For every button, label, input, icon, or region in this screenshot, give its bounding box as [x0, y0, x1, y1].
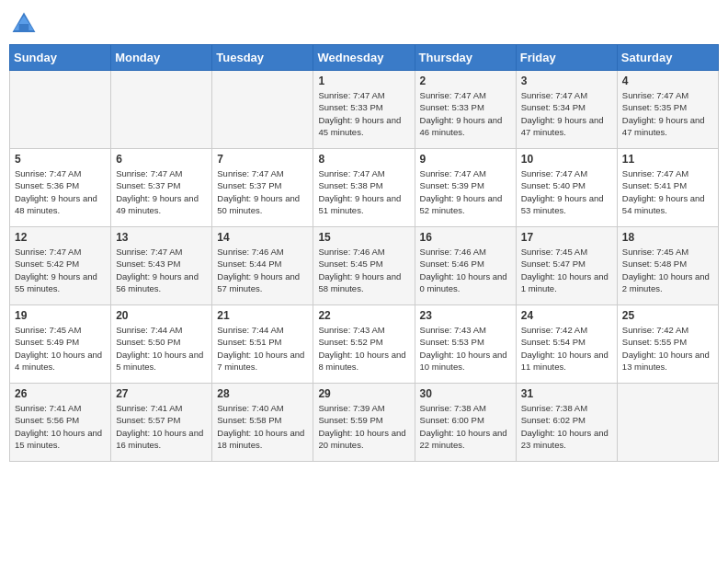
day-number: 14 [217, 231, 308, 244]
day-info: Sunrise: 7:43 AM Sunset: 5:52 PM Dayligh… [318, 324, 409, 373]
calendar-day-cell: 15Sunrise: 7:46 AM Sunset: 5:45 PM Dayli… [313, 227, 415, 305]
calendar-day-cell: 28Sunrise: 7:40 AM Sunset: 5:58 PM Dayli… [212, 384, 313, 462]
day-info: Sunrise: 7:47 AM Sunset: 5:41 PM Dayligh… [622, 167, 713, 216]
day-number: 2 [420, 75, 511, 87]
day-number: 30 [420, 387, 511, 400]
calendar-day-cell: 12Sunrise: 7:47 AM Sunset: 5:42 PM Dayli… [10, 227, 111, 305]
day-info: Sunrise: 7:47 AM Sunset: 5:33 PM Dayligh… [318, 89, 409, 138]
day-number: 3 [521, 75, 612, 87]
calendar-day-cell: 1Sunrise: 7:47 AM Sunset: 5:33 PM Daylig… [313, 71, 415, 149]
day-info: Sunrise: 7:45 AM Sunset: 5:48 PM Dayligh… [622, 246, 713, 294]
day-number: 15 [318, 231, 409, 244]
day-number: 4 [622, 75, 713, 87]
calendar-day-cell: 10Sunrise: 7:47 AM Sunset: 5:40 PM Dayli… [516, 149, 617, 227]
calendar-week-row: 19Sunrise: 7:45 AM Sunset: 5:49 PM Dayli… [10, 305, 719, 384]
day-number: 9 [420, 153, 511, 166]
day-number: 10 [521, 153, 612, 166]
calendar-day-cell: 16Sunrise: 7:46 AM Sunset: 5:46 PM Dayli… [415, 227, 516, 305]
day-number: 13 [116, 231, 207, 244]
calendar-day-cell: 5Sunrise: 7:47 AM Sunset: 5:36 PM Daylig… [10, 149, 111, 227]
calendar-day-cell: 24Sunrise: 7:42 AM Sunset: 5:54 PM Dayli… [516, 305, 617, 384]
day-number: 24 [521, 309, 612, 322]
day-info: Sunrise: 7:47 AM Sunset: 5:42 PM Dayligh… [15, 246, 106, 294]
day-info: Sunrise: 7:38 AM Sunset: 6:02 PM Dayligh… [521, 402, 612, 451]
day-info: Sunrise: 7:40 AM Sunset: 5:58 PM Dayligh… [217, 402, 308, 451]
calendar-day-cell: 27Sunrise: 7:41 AM Sunset: 5:57 PM Dayli… [111, 384, 212, 462]
day-info: Sunrise: 7:41 AM Sunset: 5:56 PM Dayligh… [15, 402, 106, 451]
day-of-week-header: Friday [516, 45, 617, 71]
calendar-table: SundayMondayTuesdayWednesdayThursdayFrid… [9, 44, 719, 462]
calendar-day-cell: 26Sunrise: 7:41 AM Sunset: 5:56 PM Dayli… [10, 384, 111, 462]
day-number: 12 [15, 231, 106, 244]
day-number: 26 [15, 387, 106, 400]
day-number: 25 [622, 309, 713, 322]
svg-rect-2 [19, 24, 29, 30]
calendar-day-cell: 23Sunrise: 7:43 AM Sunset: 5:53 PM Dayli… [415, 305, 516, 384]
day-number: 6 [116, 153, 207, 166]
calendar-day-cell [617, 384, 718, 462]
calendar-day-cell: 7Sunrise: 7:47 AM Sunset: 5:37 PM Daylig… [212, 149, 313, 227]
day-number: 31 [521, 387, 612, 400]
calendar-day-cell: 31Sunrise: 7:38 AM Sunset: 6:02 PM Dayli… [516, 384, 617, 462]
day-of-week-header: Thursday [415, 45, 516, 71]
calendar-day-cell: 2Sunrise: 7:47 AM Sunset: 5:33 PM Daylig… [415, 71, 516, 149]
day-number: 8 [318, 153, 409, 166]
calendar-week-row: 12Sunrise: 7:47 AM Sunset: 5:42 PM Dayli… [10, 227, 719, 305]
day-info: Sunrise: 7:47 AM Sunset: 5:35 PM Dayligh… [622, 89, 713, 138]
days-of-week-row: SundayMondayTuesdayWednesdayThursdayFrid… [10, 45, 719, 71]
day-of-week-header: Tuesday [212, 45, 313, 71]
calendar-day-cell: 22Sunrise: 7:43 AM Sunset: 5:52 PM Dayli… [313, 305, 415, 384]
day-info: Sunrise: 7:47 AM Sunset: 5:38 PM Dayligh… [318, 167, 409, 216]
calendar-day-cell: 19Sunrise: 7:45 AM Sunset: 5:49 PM Dayli… [10, 305, 111, 384]
calendar-day-cell: 14Sunrise: 7:46 AM Sunset: 5:44 PM Dayli… [212, 227, 313, 305]
calendar-day-cell: 29Sunrise: 7:39 AM Sunset: 5:59 PM Dayli… [313, 384, 415, 462]
day-of-week-header: Monday [111, 45, 212, 71]
calendar-day-cell: 21Sunrise: 7:44 AM Sunset: 5:51 PM Dayli… [212, 305, 313, 384]
calendar-day-cell: 13Sunrise: 7:47 AM Sunset: 5:43 PM Dayli… [111, 227, 212, 305]
day-number: 23 [420, 309, 511, 322]
calendar-week-row: 1Sunrise: 7:47 AM Sunset: 5:33 PM Daylig… [10, 71, 719, 149]
calendar-day-cell [212, 71, 313, 149]
day-number: 20 [116, 309, 207, 322]
calendar-day-cell: 6Sunrise: 7:47 AM Sunset: 5:37 PM Daylig… [111, 149, 212, 227]
day-info: Sunrise: 7:47 AM Sunset: 5:39 PM Dayligh… [420, 167, 511, 216]
calendar-day-cell: 11Sunrise: 7:47 AM Sunset: 5:41 PM Dayli… [617, 149, 718, 227]
day-of-week-header: Saturday [617, 45, 718, 71]
calendar-day-cell: 4Sunrise: 7:47 AM Sunset: 5:35 PM Daylig… [617, 71, 718, 149]
day-number: 27 [116, 387, 207, 400]
day-info: Sunrise: 7:45 AM Sunset: 5:49 PM Dayligh… [15, 324, 106, 373]
day-number: 5 [15, 153, 106, 166]
day-info: Sunrise: 7:42 AM Sunset: 5:54 PM Dayligh… [521, 324, 612, 373]
day-info: Sunrise: 7:44 AM Sunset: 5:51 PM Dayligh… [217, 324, 308, 373]
calendar-day-cell [10, 71, 111, 149]
logo-icon [9, 9, 39, 39]
day-number: 11 [622, 153, 713, 166]
calendar-day-cell: 30Sunrise: 7:38 AM Sunset: 6:00 PM Dayli… [415, 384, 516, 462]
calendar-day-cell: 8Sunrise: 7:47 AM Sunset: 5:38 PM Daylig… [313, 149, 415, 227]
day-number: 28 [217, 387, 308, 400]
day-of-week-header: Sunday [10, 45, 111, 71]
day-number: 17 [521, 231, 612, 244]
day-info: Sunrise: 7:41 AM Sunset: 5:57 PM Dayligh… [116, 402, 207, 451]
day-number: 16 [420, 231, 511, 244]
day-info: Sunrise: 7:47 AM Sunset: 5:37 PM Dayligh… [116, 167, 207, 216]
day-of-week-header: Wednesday [313, 45, 415, 71]
day-number: 7 [217, 153, 308, 166]
calendar-day-cell: 9Sunrise: 7:47 AM Sunset: 5:39 PM Daylig… [415, 149, 516, 227]
calendar-header: SundayMondayTuesdayWednesdayThursdayFrid… [10, 45, 719, 71]
day-info: Sunrise: 7:46 AM Sunset: 5:45 PM Dayligh… [318, 246, 409, 294]
day-info: Sunrise: 7:44 AM Sunset: 5:50 PM Dayligh… [116, 324, 207, 373]
day-info: Sunrise: 7:45 AM Sunset: 5:47 PM Dayligh… [521, 246, 612, 294]
day-info: Sunrise: 7:47 AM Sunset: 5:43 PM Dayligh… [116, 246, 207, 294]
calendar-day-cell [111, 71, 212, 149]
day-number: 18 [622, 231, 713, 244]
calendar-day-cell: 25Sunrise: 7:42 AM Sunset: 5:55 PM Dayli… [617, 305, 718, 384]
calendar-day-cell: 20Sunrise: 7:44 AM Sunset: 5:50 PM Dayli… [111, 305, 212, 384]
day-info: Sunrise: 7:39 AM Sunset: 5:59 PM Dayligh… [318, 402, 409, 451]
logo [9, 9, 42, 39]
day-info: Sunrise: 7:38 AM Sunset: 6:00 PM Dayligh… [420, 402, 511, 451]
day-info: Sunrise: 7:47 AM Sunset: 5:40 PM Dayligh… [521, 167, 612, 216]
day-number: 22 [318, 309, 409, 322]
day-info: Sunrise: 7:47 AM Sunset: 5:34 PM Dayligh… [521, 89, 612, 138]
calendar-day-cell: 3Sunrise: 7:47 AM Sunset: 5:34 PM Daylig… [516, 71, 617, 149]
